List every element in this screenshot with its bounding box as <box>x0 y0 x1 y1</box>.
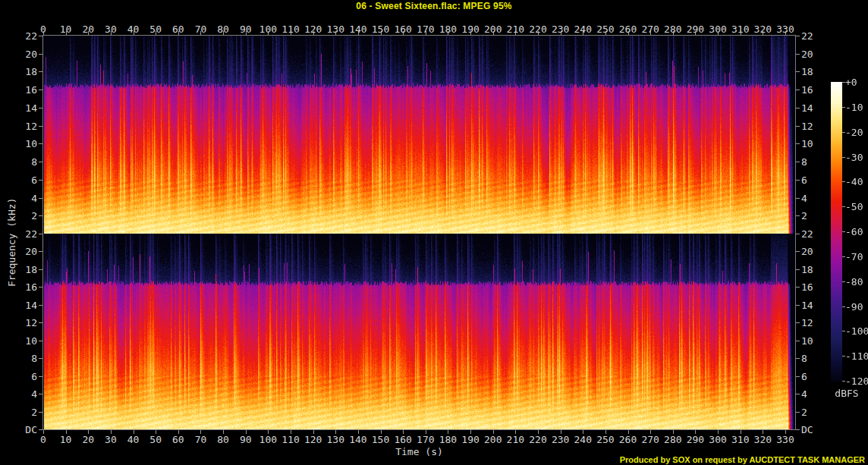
y-tick-left <box>39 162 42 162</box>
y-tick-left <box>39 71 42 72</box>
y-tick-label-right: 18 <box>801 66 824 77</box>
y-tick-label-left: 16 <box>14 281 37 293</box>
y-tick-right <box>796 215 800 216</box>
x-tick-label-top: 40 <box>127 24 140 35</box>
x-tick-label-bottom: 110 <box>281 434 299 445</box>
x-tick-label-bottom: 240 <box>574 434 592 445</box>
x-tick-label-top: 270 <box>641 24 659 35</box>
y-tick-label-left: 18 <box>14 264 37 275</box>
y-tick-label-left: 10 <box>14 335 37 347</box>
y-tick-label-right: 2 <box>801 407 824 418</box>
y-tick-label-right: 8 <box>801 353 824 364</box>
y-tick-label-left: 12 <box>14 317 37 328</box>
y-tick-label-right: 12 <box>801 317 824 328</box>
y-tick-label-left: 20 <box>14 49 37 60</box>
y-tick-label-left: 22 <box>14 30 37 42</box>
x-tick-label-bottom: 40 <box>127 434 140 445</box>
colorbar-tick-label: -30 <box>845 152 863 163</box>
y-tick-label-left: 16 <box>14 84 37 96</box>
y-tick-label-right: 18 <box>801 264 824 275</box>
x-tick-label-bottom: 280 <box>664 434 681 445</box>
y-tick-right <box>796 234 800 234</box>
y-tick-right <box>796 198 800 199</box>
x-tick-label-bottom: 60 <box>172 434 184 445</box>
y-tick-left <box>39 198 42 199</box>
x-tick-label-bottom: 230 <box>552 434 569 445</box>
y-tick-label-right: 6 <box>801 371 824 382</box>
colorbar <box>831 82 842 382</box>
y-tick-right <box>796 322 800 323</box>
y-tick-label-left: 8 <box>14 156 37 168</box>
y-tick-label-left: 4 <box>14 388 37 400</box>
x-tick-label-top: 130 <box>327 24 344 35</box>
x-tick-label-bottom: 100 <box>259 434 277 445</box>
colorbar-tick-label: -70 <box>845 251 863 262</box>
y-tick-right <box>796 429 800 430</box>
y-tick-left <box>39 143 42 144</box>
y-tick-label-left: DC <box>14 424 37 435</box>
y-tick-right <box>796 162 800 162</box>
y-tick-left <box>39 54 42 55</box>
x-tick-label-bottom: 220 <box>529 434 546 445</box>
x-tick-label-top: 310 <box>731 24 749 35</box>
y-tick-right <box>796 71 800 72</box>
x-tick-label-bottom: 150 <box>372 434 389 445</box>
x-tick-label-top: 0 <box>40 24 46 35</box>
x-tick-label-bottom: 300 <box>709 434 726 445</box>
x-tick-label-top: 80 <box>217 24 229 35</box>
x-tick-label-top: 10 <box>60 24 72 35</box>
y-tick-right <box>796 90 800 90</box>
x-tick-label-top: 160 <box>394 24 411 35</box>
y-tick-left <box>39 126 42 127</box>
x-tick-label-top: 100 <box>259 24 277 35</box>
y-tick-label-right: 2 <box>801 210 824 222</box>
colorbar-tick-label: -100 <box>845 325 868 337</box>
y-tick-left <box>39 180 42 181</box>
spectrogram-canvas <box>43 36 795 429</box>
y-tick-left <box>39 251 42 252</box>
colorbar-tick-label: -10 <box>845 102 863 113</box>
x-tick-label-top: 200 <box>484 24 502 35</box>
y-tick-label-right: 14 <box>801 300 824 311</box>
y-tick-left <box>39 412 42 413</box>
y-tick-right <box>796 269 800 270</box>
y-tick-label-right: 20 <box>801 49 824 60</box>
y-tick-label-left: 6 <box>14 371 37 382</box>
x-tick-label-bottom: 130 <box>327 434 344 445</box>
spectrogram-window: 06 - Sweet Sixteen.flac: MPEG 95% Freque… <box>0 0 868 465</box>
y-tick-label-right: 22 <box>801 228 824 240</box>
y-tick-right <box>796 287 800 287</box>
y-tick-label-left: 20 <box>14 246 37 257</box>
x-tick-label-bottom: 90 <box>240 434 252 445</box>
y-tick-label-left: 22 <box>14 228 37 240</box>
y-tick-label-left: 14 <box>14 102 37 114</box>
x-tick-label-top: 210 <box>507 24 524 35</box>
y-tick-left <box>39 108 42 108</box>
y-tick-right <box>796 143 800 144</box>
x-tick-label-bottom: 20 <box>82 434 94 445</box>
y-tick-left <box>39 90 42 90</box>
colorbar-tick-label: -20 <box>845 127 863 138</box>
x-tick-label-bottom: 190 <box>461 434 479 445</box>
y-tick-label-right: 6 <box>801 174 824 186</box>
y-tick-label-right: DC <box>801 424 824 435</box>
y-tick-label-left: 18 <box>14 66 37 77</box>
x-tick-label-top: 250 <box>596 24 614 35</box>
y-tick-left <box>39 341 42 341</box>
x-tick-label-bottom: 180 <box>439 434 457 445</box>
colorbar-tick-label: -110 <box>845 350 868 362</box>
y-tick-left <box>39 287 42 287</box>
x-tick-label-bottom: 70 <box>195 434 207 445</box>
y-tick-left <box>39 376 42 377</box>
x-tick-label-bottom: 320 <box>754 434 772 445</box>
y-tick-label-right: 4 <box>801 388 824 400</box>
x-tick-label-top: 290 <box>687 24 704 35</box>
x-tick-label-top: 330 <box>776 24 794 35</box>
colorbar-unit-label: dBFS <box>830 388 863 399</box>
right-axis-line <box>795 35 796 430</box>
x-tick-label-top: 60 <box>172 24 184 35</box>
x-tick-label-top: 180 <box>439 24 457 35</box>
y-tick-label-left: 6 <box>14 174 37 186</box>
x-tick-label-top: 190 <box>461 24 479 35</box>
y-tick-left <box>39 322 42 323</box>
